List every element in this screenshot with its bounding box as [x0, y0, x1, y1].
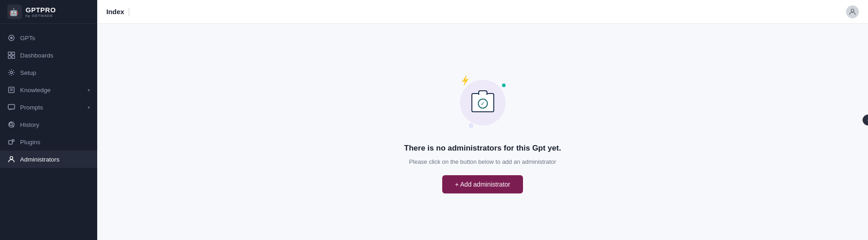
empty-illustration: ⚡ ✓ ☆	[451, 71, 515, 135]
content-area: ⚡ ✓ ☆ There is no administrators for thi…	[97, 24, 868, 240]
sidebar-item-history[interactable]: History	[0, 116, 97, 133]
plugins-icon	[7, 138, 16, 146]
setup-label: Setup	[20, 69, 90, 76]
history-label: History	[20, 121, 90, 128]
logo-area: 🤖 GPTPRO by GETMADE	[0, 0, 97, 24]
svg-rect-12	[8, 104, 15, 109]
empty-subtitle: Please click on the button below to add …	[409, 158, 556, 165]
app-tagline: by GETMADE	[26, 14, 56, 18]
svg-point-14	[10, 123, 12, 125]
svg-rect-9	[9, 87, 14, 93]
breadcrumb-divider: |	[128, 7, 130, 16]
gpts-icon	[7, 34, 16, 42]
dashboards-icon	[7, 51, 16, 59]
sidebar: 🤖 GPTPRO by GETMADE GPTs	[0, 0, 97, 240]
sidebar-item-setup[interactable]: Setup	[0, 64, 97, 81]
sidebar-item-plugins[interactable]: Plugins	[0, 133, 97, 151]
illustration-circle: ✓	[460, 80, 506, 125]
add-administrator-button[interactable]: + Add administrator	[442, 175, 523, 193]
logo-icon: 🤖	[7, 5, 22, 19]
prompts-icon	[7, 103, 16, 111]
prompts-label: Prompts	[20, 104, 88, 111]
svg-rect-7	[12, 56, 15, 58]
svg-point-8	[10, 72, 13, 74]
knowledge-label: Knowledge	[20, 87, 88, 94]
illustration-box: ✓	[471, 93, 494, 112]
top-bar: Index |	[97, 0, 868, 24]
dashboards-label: Dashboards	[20, 52, 90, 59]
user-avatar[interactable]	[846, 5, 859, 18]
prompts-chevron: ▾	[88, 105, 90, 110]
sidebar-item-dashboards[interactable]: Dashboards	[0, 47, 97, 64]
svg-point-17	[10, 157, 13, 159]
sidebar-item-knowledge[interactable]: Knowledge ▾	[0, 81, 97, 99]
svg-rect-6	[8, 56, 11, 58]
empty-state: ⚡ ✓ ☆ There is no administrators for thi…	[404, 71, 561, 193]
sidebar-nav: GPTs Dashboards Setup	[0, 24, 97, 240]
knowledge-chevron: ▾	[88, 88, 90, 93]
teal-dot-icon	[502, 83, 506, 87]
svg-line-15	[12, 125, 14, 127]
app-name: GPTPRO	[26, 6, 56, 14]
sidebar-item-gpts[interactable]: GPTs	[0, 29, 97, 47]
svg-rect-16	[9, 141, 12, 144]
star-icon: ☆	[468, 122, 474, 129]
svg-rect-5	[12, 52, 15, 55]
svg-rect-4	[8, 52, 11, 55]
knowledge-icon	[7, 86, 16, 94]
sidebar-item-prompts[interactable]: Prompts ▾	[0, 99, 97, 116]
main-content: Index | ⚡ ✓	[97, 0, 868, 240]
svg-text:🤖: 🤖	[9, 8, 18, 16]
setup-icon	[7, 68, 16, 77]
checkmark-icon: ✓	[478, 99, 488, 109]
sidebar-item-administrators[interactable]: Administrators	[0, 151, 97, 168]
breadcrumb: Index |	[106, 7, 130, 16]
plugins-label: Plugins	[20, 139, 90, 146]
gpts-label: GPTs	[20, 35, 90, 42]
administrators-label: Administrators	[20, 156, 90, 163]
history-icon	[7, 120, 16, 129]
administrators-icon	[7, 155, 16, 163]
empty-title: There is no administrators for this Gpt …	[404, 144, 561, 153]
svg-point-18	[851, 9, 854, 12]
svg-point-3	[10, 37, 13, 39]
page-title: Index	[106, 8, 124, 16]
